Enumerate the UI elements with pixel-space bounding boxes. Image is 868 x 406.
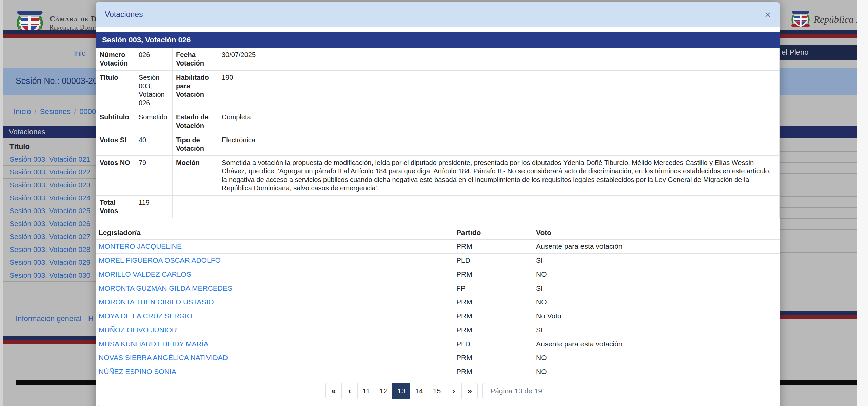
vote-cell: NO xyxy=(533,267,780,281)
table-row: MORONTA THEN CIRILO USTASIO PRM NO xyxy=(96,295,780,309)
nav-item-sesiones-del-pleno[interactable]: el Pleno xyxy=(780,45,857,60)
detail-value: 190 xyxy=(218,71,780,110)
page-button-11[interactable]: 11 xyxy=(357,383,375,399)
breadcrumb-session-number[interactable]: 0000 xyxy=(79,107,96,116)
table-row: Título Sesión 003, Votación 026 Habilita… xyxy=(96,71,780,110)
legislator-link[interactable]: MOREL FIGUEROA OSCAR ADOLFO xyxy=(99,256,221,264)
session-banner-title: Sesión No.: 00003-2025 xyxy=(16,76,107,86)
table-row: NÚÑEZ ESPINO SONIA PRM NO xyxy=(96,365,780,379)
detail-label: Tipo de Votación xyxy=(173,133,218,156)
party-cell: PLD xyxy=(454,254,533,267)
list-item[interactable]: Sesión 003, Votación 030 xyxy=(3,269,96,282)
party-cell: PRM xyxy=(454,295,533,309)
prev-page-button[interactable]: ‹ xyxy=(341,383,358,399)
vote-cell: NO xyxy=(533,295,780,309)
pagination-group: « ‹ 11 12 13 14 15 › » xyxy=(326,383,478,399)
detail-value: Sometido xyxy=(135,110,173,133)
vote-cell: Ausente para esta votación xyxy=(533,240,780,254)
detail-label: Subtitulo xyxy=(96,110,135,133)
breadcrumb-inicio[interactable]: Inicio xyxy=(14,107,31,116)
detail-label: Título xyxy=(96,71,135,110)
party-cell: PRM xyxy=(454,351,533,365)
page-button-14[interactable]: 14 xyxy=(410,383,428,399)
table-row: Número Votación 026 Fecha Votación 30/07… xyxy=(96,48,780,71)
list-item[interactable]: Sesión 003, Votación 026 xyxy=(3,217,96,230)
list-item[interactable]: Sesión 003, Votación 025 xyxy=(3,204,96,217)
detail-value: Completa xyxy=(218,110,780,133)
party-cell: PRM xyxy=(454,309,533,323)
legislator-link[interactable]: MORONTA THEN CIRILO USTASIO xyxy=(99,298,214,306)
legislator-link[interactable]: NÚÑEZ ESPINO SONIA xyxy=(99,368,176,375)
list-item[interactable]: Sesión 003, Votación 023 xyxy=(3,179,96,191)
page-edge-right[interactable] xyxy=(857,0,868,406)
pagination: « ‹ 11 12 13 14 15 › » Página 13 de 19 xyxy=(96,383,780,399)
list-item[interactable]: Sesión 003, Votación 021 xyxy=(3,153,96,166)
detail-label: Total Votos xyxy=(96,196,135,218)
legislator-link[interactable]: NOVAS SIERRA ANGÉLICA NATIVIDAD xyxy=(99,354,228,362)
list-item[interactable]: Sesión 003, Votación 024 xyxy=(3,191,96,204)
column-header-legislador: Legislador/a xyxy=(96,226,454,240)
table-header-row: Legislador/a Partido Voto xyxy=(96,226,780,240)
row-divider xyxy=(780,185,857,185)
footer-navy-stripe xyxy=(3,336,96,340)
next-page-button[interactable]: › xyxy=(446,383,462,399)
table-row: Votos NO 79 Moción Sometida a votación l… xyxy=(96,156,780,196)
table-row: MOREL FIGUEROA OSCAR ADOLFO PLD SI xyxy=(96,254,780,267)
list-item[interactable]: Sesión 003, Votación 028 xyxy=(3,243,96,256)
legislator-link[interactable]: MUSA KUNHARDT HEIDY MARÍA xyxy=(99,340,209,348)
row-divider xyxy=(780,196,857,197)
detail-value: Sesión 003, Votación 026 xyxy=(135,71,173,110)
detail-label: Fecha Votación xyxy=(173,48,218,71)
footer-red-stripe xyxy=(780,315,857,319)
detail-label: Votos NO xyxy=(96,156,135,196)
legislator-link[interactable]: MOYA DE LA CRUZ SERGIO xyxy=(99,312,192,320)
table-row: MUÑOZ OLIVO JUNIOR PRM SI xyxy=(96,323,780,337)
list-item[interactable]: Sesión 003, Votación 027 xyxy=(3,230,96,243)
party-cell: PLD xyxy=(454,337,533,351)
votaciones-modal: Votaciones × Sesión 003, Votación 026 Nú… xyxy=(96,2,780,406)
vote-cell: SI xyxy=(533,254,780,267)
close-icon[interactable]: × xyxy=(765,10,771,20)
party-cell: PRM xyxy=(454,267,533,281)
breadcrumb-sesiones[interactable]: Sesiones xyxy=(40,107,71,116)
row-divider xyxy=(780,162,857,163)
page-info: Página 13 de 19 xyxy=(482,383,550,399)
table-row: Subtitulo Sometido Estado de Votación Co… xyxy=(96,110,780,133)
row-divider xyxy=(780,303,857,303)
legislator-link[interactable]: MORONTA GUZMÁN GILDA MERCEDES xyxy=(99,284,232,292)
last-page-button[interactable]: » xyxy=(461,383,478,399)
tab-historial[interactable]: H xyxy=(88,314,94,323)
footer-red-stripe xyxy=(3,340,96,344)
modal-header: Votaciones × xyxy=(96,2,780,27)
row-divider xyxy=(780,173,857,174)
row-divider xyxy=(780,218,857,219)
detail-label: Habilitado para Votación xyxy=(173,71,218,110)
table-row: MOYA DE LA CRUZ SERGIO PRM No Voto xyxy=(96,309,780,323)
list-item[interactable]: Sesión 003, Votación 029 xyxy=(3,256,96,269)
legislator-link[interactable]: MORILLO VALDEZ CARLOS xyxy=(99,270,191,278)
row-divider xyxy=(780,252,857,253)
screen: Cámara de Diputados República Dominicana… xyxy=(0,0,868,406)
detail-value: 30/07/2025 xyxy=(218,48,780,71)
page-button-12[interactable]: 12 xyxy=(375,383,393,399)
legislator-link[interactable]: MONTERO JACQUELINE xyxy=(99,242,182,250)
tab-informacion-general[interactable]: Información general xyxy=(16,314,81,323)
nav-item-inicio[interactable]: Inic xyxy=(74,49,85,58)
page-button-15[interactable]: 15 xyxy=(428,383,446,399)
detail-label xyxy=(173,196,218,218)
votaciones-list: Sesión 003, Votación 021 Sesión 003, Vot… xyxy=(3,153,96,282)
list-item[interactable]: Sesión 003, Votación 022 xyxy=(3,166,96,179)
legislator-link[interactable]: MUÑOZ OLIVO JUNIOR xyxy=(99,326,177,334)
coat-of-arms-icon xyxy=(791,8,810,31)
detail-value: 026 xyxy=(135,48,173,71)
page-button-13-active[interactable]: 13 xyxy=(392,383,410,399)
table-row: MONTERO JACQUELINE PRM Ausente para esta… xyxy=(96,240,780,254)
sidebar-column-header: Título xyxy=(9,142,30,151)
row-divider xyxy=(780,241,857,241)
row-divider xyxy=(780,229,857,230)
first-page-button[interactable]: « xyxy=(326,383,342,399)
detail-label: Número Votación xyxy=(96,48,135,71)
vote-cell: SI xyxy=(533,281,780,295)
party-cell: PRM xyxy=(454,323,533,337)
breadcrumb: Inicio/Sesiones/0000 xyxy=(14,107,96,116)
